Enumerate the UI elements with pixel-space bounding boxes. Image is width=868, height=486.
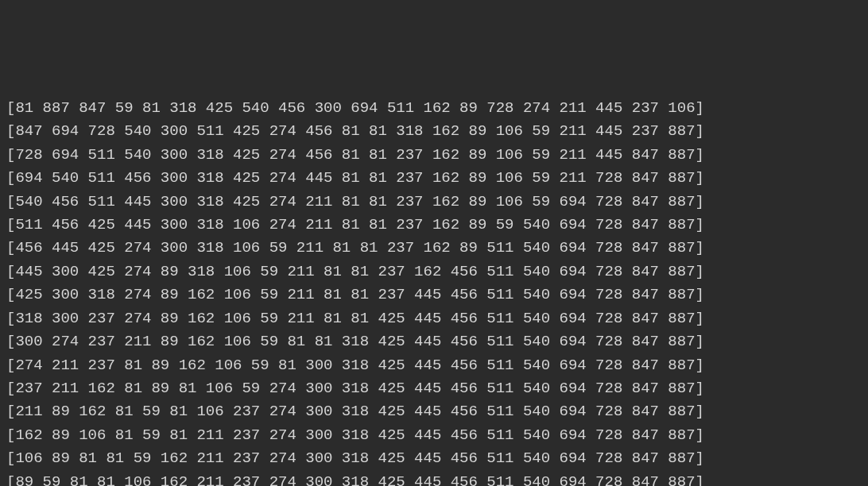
output-line: [274 211 237 81 89 162 106 59 81 300 318…: [6, 354, 862, 377]
output-line: [445 300 425 274 89 318 106 59 211 81 81…: [6, 260, 862, 284]
output-line: [456 445 425 274 300 318 106 59 211 81 8…: [6, 237, 862, 260]
output-line: [425 300 318 274 89 162 106 59 211 81 81…: [6, 284, 862, 307]
output-line: [540 456 511 445 300 318 425 274 211 81 …: [6, 191, 862, 214]
output-line: [300 274 237 211 89 162 106 59 81 81 318…: [6, 330, 862, 353]
output-line: [847 694 728 540 300 511 425 274 456 81 …: [6, 120, 862, 143]
output-line: [728 694 511 540 300 318 425 274 456 81 …: [6, 144, 862, 167]
output-line: [237 211 162 81 89 81 106 59 274 300 318…: [6, 377, 862, 400]
output-line: [318 300 237 274 89 162 106 59 211 81 81…: [6, 307, 862, 330]
output-line: [106 89 81 81 59 162 211 237 274 300 318…: [6, 447, 862, 470]
output-line: [694 540 511 456 300 318 425 274 445 81 …: [6, 167, 862, 190]
terminal-output: [81 887 847 59 81 318 425 540 456 300 69…: [6, 97, 862, 486]
output-line: [162 89 106 81 59 81 211 237 274 300 318…: [6, 424, 862, 447]
output-line: [81 887 847 59 81 318 425 540 456 300 69…: [6, 97, 862, 120]
output-line: [89 59 81 81 106 162 211 237 274 300 318…: [6, 471, 862, 486]
output-line: [511 456 425 445 300 318 106 274 211 81 …: [6, 214, 862, 237]
output-line: [211 89 162 81 59 81 106 237 274 300 318…: [6, 400, 862, 423]
